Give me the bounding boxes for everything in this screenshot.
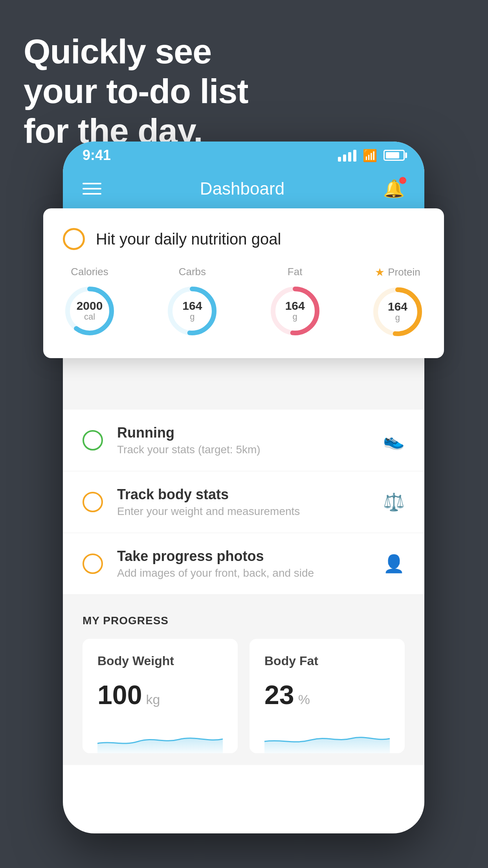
protein-label: Protein (388, 266, 420, 278)
notification-dot (399, 177, 406, 184)
calories-circle: 2000 cal (63, 284, 116, 338)
body-fat-unit: % (298, 692, 310, 707)
progress-section: MY PROGRESS Body Weight 100 kg (63, 595, 424, 765)
todo-item-running[interactable]: Running Track your stats (target: 5km) 👟 (63, 410, 424, 471)
carbs-label: Carbs (179, 266, 206, 278)
fat-value: 164 (285, 300, 305, 312)
status-bar: 9:41 📶 (63, 142, 424, 169)
progress-section-title: MY PROGRESS (83, 614, 405, 627)
status-time: 9:41 (83, 147, 111, 164)
bell-icon[interactable]: 🔔 (383, 178, 405, 199)
calories-label: Calories (71, 266, 108, 278)
nav-title: Dashboard (200, 179, 284, 199)
fat-unit: g (285, 312, 305, 322)
body-weight-value-row: 100 kg (97, 679, 223, 710)
progress-photos-icon: 👤 (383, 554, 405, 574)
body-weight-unit: kg (146, 692, 160, 707)
progress-cards: Body Weight 100 kg (83, 639, 405, 753)
todo-item-body-stats[interactable]: Track body stats Enter your weight and m… (63, 471, 424, 533)
wifi-icon: 📶 (363, 149, 377, 162)
protein-circle: 164 g (371, 285, 424, 338)
body-stats-subtitle: Enter your weight and measurements (117, 505, 369, 518)
fat-label: Fat (288, 266, 303, 278)
body-fat-value-row: 23 % (264, 679, 390, 710)
progress-photos-title: Take progress photos (117, 548, 369, 565)
nutrition-check-circle (63, 228, 85, 250)
body-stats-icon: ⚖️ (383, 492, 405, 512)
protein-star-icon: ★ (375, 266, 385, 279)
nutrition-carbs: Carbs 164 g (165, 266, 219, 338)
body-weight-number: 100 (97, 679, 142, 710)
running-subtitle: Track your stats (target: 5km) (117, 443, 369, 456)
status-icons: 📶 (338, 149, 405, 162)
carbs-value: 164 (182, 300, 202, 312)
running-text: Running Track your stats (target: 5km) (117, 425, 369, 456)
body-weight-chart (97, 722, 223, 753)
todo-item-progress-photos[interactable]: Take progress photos Add images of your … (63, 533, 424, 595)
fat-circle: 164 g (268, 284, 322, 338)
nutrition-calories: Calories 2000 cal (63, 266, 116, 338)
protein-label-row: ★ Protein (375, 266, 420, 279)
running-icon: 👟 (383, 430, 405, 451)
calories-unit: cal (77, 312, 103, 322)
carbs-unit: g (182, 312, 202, 322)
progress-photos-text: Take progress photos Add images of your … (117, 548, 369, 579)
body-fat-chart (264, 722, 390, 753)
body-stats-text: Track body stats Enter your weight and m… (117, 486, 369, 518)
nutrition-row: Calories 2000 cal Carbs (63, 266, 424, 338)
hero-text: Quickly see your to-do list for the day. (24, 31, 248, 151)
body-stats-title: Track body stats (117, 486, 369, 503)
nutrition-card: Hit your daily nutrition goal Calories 2… (43, 208, 444, 358)
nutrition-protein: ★ Protein 164 g (371, 266, 424, 338)
progress-photos-check-circle (83, 554, 103, 574)
nutrition-card-header: Hit your daily nutrition goal (63, 228, 424, 250)
signal-icon (338, 149, 356, 162)
body-fat-card[interactable]: Body Fat 23 % (250, 639, 405, 753)
calories-value: 2000 (77, 300, 103, 312)
progress-photos-subtitle: Add images of your front, back, and side (117, 567, 369, 579)
battery-icon (383, 150, 405, 161)
nutrition-card-title: Hit your daily nutrition goal (96, 230, 281, 248)
body-weight-card[interactable]: Body Weight 100 kg (83, 639, 238, 753)
protein-unit: g (388, 313, 407, 323)
nav-bar: Dashboard 🔔 (63, 169, 424, 208)
protein-value: 164 (388, 301, 407, 313)
body-weight-title: Body Weight (97, 654, 223, 668)
running-title: Running (117, 425, 369, 441)
body-fat-title: Body Fat (264, 654, 390, 668)
hamburger-menu[interactable] (83, 183, 101, 195)
todo-list: Running Track your stats (target: 5km) 👟… (63, 410, 424, 595)
nutrition-fat: Fat 164 g (268, 266, 322, 338)
body-stats-check-circle (83, 492, 103, 512)
body-fat-number: 23 (264, 679, 294, 710)
running-check-circle (83, 430, 103, 451)
carbs-circle: 164 g (165, 284, 219, 338)
